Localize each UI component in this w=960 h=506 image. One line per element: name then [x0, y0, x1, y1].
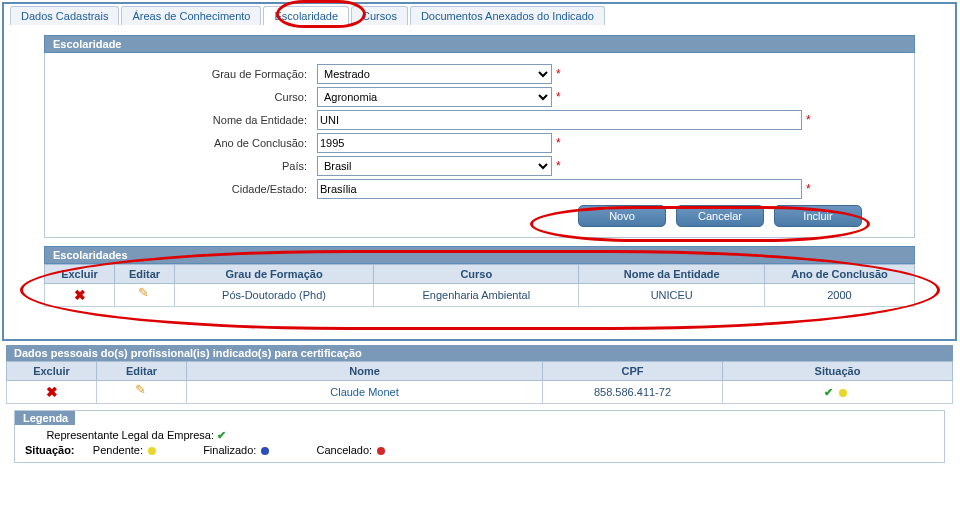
- edit-icon[interactable]: [135, 384, 149, 398]
- rep-legal-label: Representante Legal da Empresa:: [46, 429, 214, 441]
- col-excluir: Excluir: [45, 265, 115, 284]
- finalizado-label: Finalizado:: [203, 444, 256, 456]
- ano-input[interactable]: [317, 133, 552, 153]
- tab-bar: Dados Cadastrais Áreas de Conhecimento E…: [4, 4, 955, 25]
- tab-escolaridade[interactable]: Escolaridade: [263, 6, 349, 25]
- escolaridades-table: Excluir Editar Grau de Formação Curso No…: [44, 264, 915, 307]
- required-icon: *: [556, 159, 561, 173]
- col-curso: Curso: [374, 265, 579, 284]
- legenda-box: Legenda Representante Legal da Empresa: …: [14, 410, 945, 463]
- cell-entidade: UNICEU: [579, 284, 765, 307]
- cell-nome[interactable]: Claude Monet: [187, 381, 543, 404]
- grau-formacao-select[interactable]: Mestrado: [317, 64, 552, 84]
- required-icon: *: [806, 182, 811, 196]
- delete-icon[interactable]: ✖: [46, 384, 58, 400]
- curso-select[interactable]: Agronomia: [317, 87, 552, 107]
- col-excluir: Excluir: [7, 362, 97, 381]
- edit-icon[interactable]: [138, 287, 152, 301]
- table-row: ✖ Pós-Doutorado (Phd) Engenharia Ambient…: [45, 284, 915, 307]
- pais-label: País:: [57, 160, 317, 172]
- legenda-title: Legenda: [15, 411, 75, 425]
- status-dot-blue-icon: [261, 447, 269, 455]
- col-nome: Nome: [187, 362, 543, 381]
- tab-areas-conhecimento[interactable]: Áreas de Conhecimento: [121, 6, 261, 25]
- curso-label: Curso:: [57, 91, 317, 103]
- entidade-input[interactable]: [317, 110, 802, 130]
- profissionais-header: Dados pessoais do(s) profissional(is) in…: [6, 345, 953, 361]
- status-dot-yellow-icon: [148, 447, 156, 455]
- pais-select[interactable]: Brasil: [317, 156, 552, 176]
- novo-button[interactable]: Novo: [578, 205, 666, 227]
- cell-ano: 2000: [765, 284, 915, 307]
- cell-curso: Engenharia Ambiental: [374, 284, 579, 307]
- delete-icon[interactable]: ✖: [74, 287, 86, 303]
- check-icon: ✔: [824, 386, 833, 398]
- col-entidade: Nome da Entidade: [579, 265, 765, 284]
- col-editar: Editar: [97, 362, 187, 381]
- incluir-button[interactable]: Incluir: [774, 205, 862, 227]
- cidade-label: Cidade/Estado:: [57, 183, 317, 195]
- status-dot-yellow-icon: [839, 389, 847, 397]
- cancelar-button[interactable]: Cancelar: [676, 205, 764, 227]
- col-grau: Grau de Formação: [175, 265, 374, 284]
- tab-documentos[interactable]: Documentos Anexados do Indicado: [410, 6, 605, 25]
- tab-dados-cadastrais[interactable]: Dados Cadastrais: [10, 6, 119, 25]
- cancelado-label: Cancelado:: [316, 444, 372, 456]
- status-dot-red-icon: [377, 447, 385, 455]
- required-icon: *: [556, 67, 561, 81]
- situacao-label: Situação:: [25, 444, 75, 456]
- tab-cursos[interactable]: Cursos: [351, 6, 408, 25]
- required-icon: *: [556, 136, 561, 150]
- col-situacao: Situação: [723, 362, 953, 381]
- escolaridade-header: Escolaridade: [44, 35, 915, 53]
- table-row: ✖ Claude Monet 858.586.411-72 ✔: [7, 381, 953, 404]
- required-icon: *: [556, 90, 561, 104]
- cell-cpf: 858.586.411-72: [543, 381, 723, 404]
- grau-formacao-label: Grau de Formação:: [57, 68, 317, 80]
- pendente-label: Pendente:: [93, 444, 143, 456]
- ano-label: Ano de Conclusão:: [57, 137, 317, 149]
- cell-grau: Pós-Doutorado (Phd): [175, 284, 374, 307]
- check-icon: ✔: [217, 429, 226, 441]
- col-cpf: CPF: [543, 362, 723, 381]
- col-editar: Editar: [115, 265, 175, 284]
- col-ano: Ano de Conclusão: [765, 265, 915, 284]
- required-icon: *: [806, 113, 811, 127]
- cidade-input[interactable]: [317, 179, 802, 199]
- entidade-label: Nome da Entidade:: [57, 114, 317, 126]
- cell-situacao: ✔: [723, 381, 953, 404]
- profissionais-table: Excluir Editar Nome CPF Situação ✖ Claud…: [6, 361, 953, 404]
- escolaridades-header: Escolaridades: [44, 246, 915, 264]
